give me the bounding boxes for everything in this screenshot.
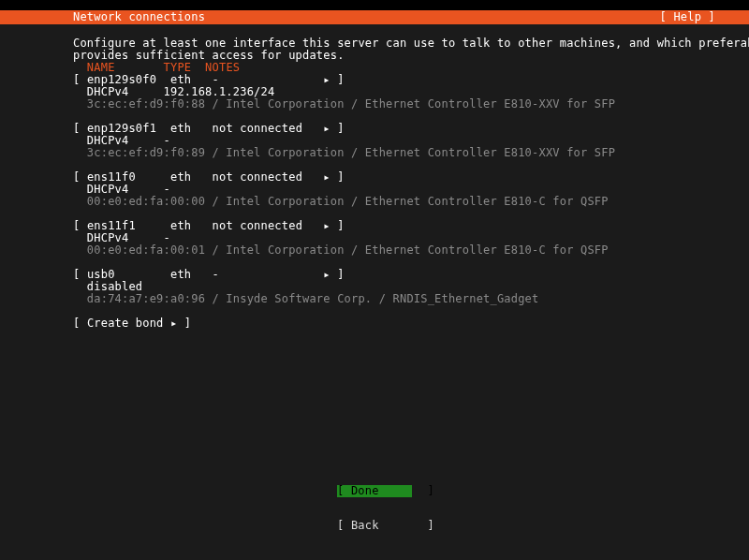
chevron-right-icon: ▸ bbox=[323, 269, 330, 281]
iface-hw: da:74:a7:e9:a0:96 / Insyde Software Corp… bbox=[73, 293, 715, 305]
header-bar: Network connections [ Help ] bbox=[0, 10, 749, 24]
done-button[interactable]: [ Done ] bbox=[337, 485, 412, 497]
chevron-right-icon: ▸ bbox=[323, 74, 330, 86]
iface-hw: 3c:ec:ef:d9:f0:89 / Intel Corporation / … bbox=[73, 147, 715, 159]
iface-hw: 00:e0:ed:fa:00:01 / Intel Corporation / … bbox=[73, 244, 715, 257]
chevron-right-icon: ▸ bbox=[323, 123, 330, 135]
create-bond-button[interactable]: [ Create bond ▸ ] bbox=[73, 317, 715, 330]
iface-hw: 00:e0:ed:fa:00:00 / Intel Corporation / … bbox=[73, 196, 715, 208]
chevron-right-icon: ▸ bbox=[323, 220, 330, 232]
iface-row-usb0[interactable]: [ usb0 eth - ▸ ] bbox=[73, 269, 715, 281]
page-title: Network connections bbox=[73, 11, 205, 23]
back-button[interactable]: [ Back ] bbox=[337, 520, 412, 532]
iface-hw: 3c:ec:ef:d9:f0:88 / Intel Corporation / … bbox=[73, 98, 715, 111]
chevron-right-icon: ▸ bbox=[323, 171, 330, 184]
help-button[interactable]: [ Help ] bbox=[660, 11, 715, 23]
